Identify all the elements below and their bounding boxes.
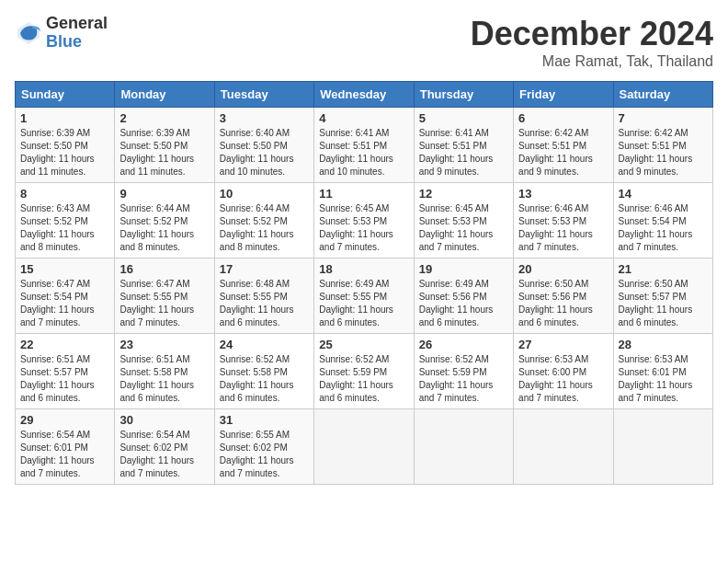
day-info: Sunrise: 6:53 AMSunset: 6:00 PMDaylight:… <box>518 354 593 403</box>
calendar-cell: 16Sunrise: 6:47 AMSunset: 5:55 PMDayligh… <box>115 259 214 334</box>
day-number: 19 <box>419 262 508 276</box>
day-info: Sunrise: 6:44 AMSunset: 5:52 PMDaylight:… <box>119 203 194 252</box>
day-number: 11 <box>319 187 408 201</box>
day-info: Sunrise: 6:52 AMSunset: 5:59 PMDaylight:… <box>319 354 393 403</box>
day-number: 5 <box>419 111 508 125</box>
calendar-cell: 27Sunrise: 6:53 AMSunset: 6:00 PMDayligh… <box>514 334 613 409</box>
day-info: Sunrise: 6:46 AMSunset: 5:53 PMDaylight:… <box>518 203 593 252</box>
day-header-thursday: Thursday <box>414 82 513 108</box>
logo-general: General <box>46 15 108 33</box>
calendar-week-5: 29Sunrise: 6:54 AMSunset: 6:01 PMDayligh… <box>16 409 713 485</box>
calendar-cell: 18Sunrise: 6:49 AMSunset: 5:55 PMDayligh… <box>314 259 414 334</box>
day-header-saturday: Saturday <box>613 82 712 108</box>
calendar-cell: 28Sunrise: 6:53 AMSunset: 6:01 PMDayligh… <box>613 334 712 409</box>
day-number: 29 <box>20 413 109 427</box>
day-info: Sunrise: 6:47 AMSunset: 5:55 PMDaylight:… <box>119 279 194 327</box>
day-info: Sunrise: 6:40 AMSunset: 5:50 PMDaylight:… <box>220 128 294 177</box>
day-number: 30 <box>119 413 209 427</box>
day-info: Sunrise: 6:39 AMSunset: 5:50 PMDaylight:… <box>119 128 194 177</box>
day-info: Sunrise: 6:51 AMSunset: 5:58 PMDaylight:… <box>119 354 194 403</box>
day-info: Sunrise: 6:49 AMSunset: 5:56 PMDaylight:… <box>419 279 494 327</box>
day-info: Sunrise: 6:42 AMSunset: 5:51 PMDaylight:… <box>518 128 593 177</box>
calendar-cell: 2Sunrise: 6:39 AMSunset: 5:50 PMDaylight… <box>115 108 214 183</box>
calendar-table: SundayMondayTuesdayWednesdayThursdayFrid… <box>15 81 713 485</box>
day-number: 18 <box>319 262 408 276</box>
calendar-cell: 26Sunrise: 6:52 AMSunset: 5:59 PMDayligh… <box>414 334 513 409</box>
day-info: Sunrise: 6:44 AMSunset: 5:52 PMDaylight:… <box>220 203 294 252</box>
day-number: 16 <box>119 262 209 276</box>
day-number: 20 <box>518 262 608 276</box>
calendar-cell <box>613 409 712 485</box>
day-number: 6 <box>518 111 608 125</box>
day-number: 14 <box>619 187 708 201</box>
day-info: Sunrise: 6:42 AMSunset: 5:51 PMDaylight:… <box>619 128 693 177</box>
day-number: 7 <box>619 111 708 125</box>
logo-blue: Blue <box>46 33 108 52</box>
calendar-cell: 30Sunrise: 6:54 AMSunset: 6:02 PMDayligh… <box>115 409 214 485</box>
calendar-cell: 5Sunrise: 6:41 AMSunset: 5:51 PMDaylight… <box>414 108 513 183</box>
day-number: 13 <box>518 187 608 201</box>
day-info: Sunrise: 6:50 AMSunset: 5:57 PMDaylight:… <box>619 279 693 327</box>
day-info: Sunrise: 6:52 AMSunset: 5:59 PMDaylight:… <box>419 354 494 403</box>
calendar-cell: 8Sunrise: 6:43 AMSunset: 5:52 PMDaylight… <box>16 183 115 259</box>
day-header-monday: Monday <box>115 82 214 108</box>
day-info: Sunrise: 6:52 AMSunset: 5:58 PMDaylight:… <box>220 354 294 403</box>
calendar-cell: 25Sunrise: 6:52 AMSunset: 5:59 PMDayligh… <box>314 334 414 409</box>
calendar-cell <box>314 409 414 485</box>
logo-text: General Blue <box>46 15 108 52</box>
calendar-cell: 6Sunrise: 6:42 AMSunset: 5:51 PMDaylight… <box>514 108 613 183</box>
calendar-week-4: 22Sunrise: 6:51 AMSunset: 5:57 PMDayligh… <box>16 334 713 409</box>
day-info: Sunrise: 6:45 AMSunset: 5:53 PMDaylight:… <box>319 203 393 252</box>
day-number: 12 <box>419 187 508 201</box>
location-title: Mae Ramat, Tak, Thailand <box>471 53 713 70</box>
calendar-cell: 10Sunrise: 6:44 AMSunset: 5:52 PMDayligh… <box>214 183 313 259</box>
day-number: 17 <box>220 262 309 276</box>
logo: General Blue <box>15 15 108 52</box>
calendar-cell <box>414 409 513 485</box>
day-info: Sunrise: 6:55 AMSunset: 6:02 PMDaylight:… <box>220 430 294 478</box>
day-number: 2 <box>119 111 209 125</box>
calendar-cell: 4Sunrise: 6:41 AMSunset: 5:51 PMDaylight… <box>314 108 414 183</box>
day-number: 10 <box>220 187 309 201</box>
day-info: Sunrise: 6:53 AMSunset: 6:01 PMDaylight:… <box>619 354 693 403</box>
month-title: December 2024 <box>471 15 713 53</box>
calendar-week-2: 8Sunrise: 6:43 AMSunset: 5:52 PMDaylight… <box>16 183 713 259</box>
page-header: General Blue December 2024 Mae Ramat, Ta… <box>15 15 713 70</box>
calendar-week-3: 15Sunrise: 6:47 AMSunset: 5:54 PMDayligh… <box>16 259 713 334</box>
day-info: Sunrise: 6:48 AMSunset: 5:55 PMDaylight:… <box>220 279 294 327</box>
calendar-cell: 24Sunrise: 6:52 AMSunset: 5:58 PMDayligh… <box>214 334 313 409</box>
day-info: Sunrise: 6:54 AMSunset: 6:01 PMDaylight:… <box>20 430 95 478</box>
calendar-cell: 1Sunrise: 6:39 AMSunset: 5:50 PMDaylight… <box>16 108 115 183</box>
day-number: 21 <box>619 262 708 276</box>
calendar-cell: 9Sunrise: 6:44 AMSunset: 5:52 PMDaylight… <box>115 183 214 259</box>
day-number: 24 <box>220 338 309 351</box>
calendar-cell: 23Sunrise: 6:51 AMSunset: 5:58 PMDayligh… <box>115 334 214 409</box>
day-number: 25 <box>319 338 408 351</box>
day-info: Sunrise: 6:51 AMSunset: 5:57 PMDaylight:… <box>20 354 95 403</box>
day-info: Sunrise: 6:39 AMSunset: 5:50 PMDaylight:… <box>20 128 95 177</box>
calendar-cell: 19Sunrise: 6:49 AMSunset: 5:56 PMDayligh… <box>414 259 513 334</box>
calendar-cell: 13Sunrise: 6:46 AMSunset: 5:53 PMDayligh… <box>514 183 613 259</box>
day-number: 1 <box>20 111 109 125</box>
calendar-cell: 29Sunrise: 6:54 AMSunset: 6:01 PMDayligh… <box>16 409 115 485</box>
title-block: December 2024 Mae Ramat, Tak, Thailand <box>471 15 713 70</box>
day-info: Sunrise: 6:45 AMSunset: 5:53 PMDaylight:… <box>419 203 494 252</box>
calendar-cell: 21Sunrise: 6:50 AMSunset: 5:57 PMDayligh… <box>613 259 712 334</box>
calendar-cell <box>514 409 613 485</box>
day-number: 22 <box>20 338 109 351</box>
day-header-sunday: Sunday <box>16 82 115 108</box>
calendar-header-row: SundayMondayTuesdayWednesdayThursdayFrid… <box>16 82 713 108</box>
day-number: 9 <box>119 187 209 201</box>
day-info: Sunrise: 6:41 AMSunset: 5:51 PMDaylight:… <box>319 128 393 177</box>
calendar-cell: 22Sunrise: 6:51 AMSunset: 5:57 PMDayligh… <box>16 334 115 409</box>
calendar-cell: 12Sunrise: 6:45 AMSunset: 5:53 PMDayligh… <box>414 183 513 259</box>
calendar-cell: 17Sunrise: 6:48 AMSunset: 5:55 PMDayligh… <box>214 259 313 334</box>
calendar-cell: 31Sunrise: 6:55 AMSunset: 6:02 PMDayligh… <box>214 409 313 485</box>
day-number: 26 <box>419 338 508 351</box>
calendar-week-1: 1Sunrise: 6:39 AMSunset: 5:50 PMDaylight… <box>16 108 713 183</box>
day-number: 23 <box>119 338 209 351</box>
day-info: Sunrise: 6:43 AMSunset: 5:52 PMDaylight:… <box>20 203 95 252</box>
day-info: Sunrise: 6:47 AMSunset: 5:54 PMDaylight:… <box>20 279 95 327</box>
day-number: 31 <box>220 413 309 427</box>
calendar-cell: 11Sunrise: 6:45 AMSunset: 5:53 PMDayligh… <box>314 183 414 259</box>
